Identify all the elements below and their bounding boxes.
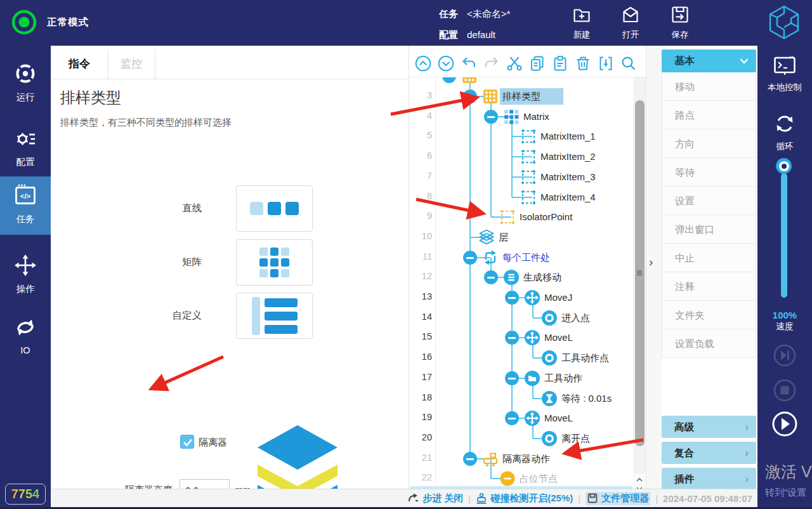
cut-icon[interactable] <box>506 55 523 72</box>
tree-node-label[interactable]: 进入点 <box>561 310 590 326</box>
collision-detection-toggle[interactable]: 碰撞检测开启(25%) <box>476 492 573 505</box>
dash-blue-icon[interactable] <box>520 169 537 185</box>
command-group-basic[interactable]: 基本 <box>662 50 756 72</box>
expand-panel-chevron[interactable]: › <box>649 255 653 269</box>
option-card-line[interactable] <box>236 185 313 232</box>
tree-node-label[interactable]: 离开点 <box>561 430 590 447</box>
new-button[interactable]: 新建 <box>561 5 603 41</box>
tree-node-label[interactable]: MoveL <box>544 329 573 346</box>
local-control-button[interactable]: 本地控制 <box>757 56 812 93</box>
loop-icon[interactable] <box>482 249 499 266</box>
tree-collapse-toggle[interactable] <box>463 89 477 103</box>
tree-node-label[interactable]: 隔离器动作 <box>502 451 550 467</box>
tree-collapse-toggle[interactable] <box>463 452 477 466</box>
tree-node-label[interactable]: 每个工件处 <box>502 249 550 266</box>
tree-node-label[interactable]: MoveL <box>544 410 573 426</box>
tree-node-label[interactable]: 生成移动 <box>523 269 561 286</box>
dash-blue-icon[interactable] <box>520 149 537 165</box>
speed-slider-track[interactable] <box>781 173 787 298</box>
tree-node-label[interactable]: MatrixItem_1 <box>540 128 596 145</box>
option-card-custom[interactable] <box>236 293 313 339</box>
redo-icon[interactable] <box>483 55 501 72</box>
tree-node-label[interactable]: 排样类型 <box>502 88 540 105</box>
tab-instruction[interactable]: 指令 <box>51 50 108 79</box>
tree-collapse-toggle[interactable] <box>463 251 477 265</box>
tree-scrollbar-thumb[interactable] <box>635 100 645 446</box>
sidebar-item-operate[interactable]: 操作 <box>0 246 51 301</box>
sidebar-item-run[interactable]: 运行 <box>0 55 51 108</box>
move-circle-icon[interactable] <box>524 410 540 426</box>
command-group-1[interactable]: 高级› <box>662 416 756 438</box>
tree-node-label[interactable]: 层 <box>499 229 508 246</box>
play-button[interactable] <box>771 410 799 440</box>
tree-scrollbar-track[interactable] <box>633 77 646 474</box>
command-item-10[interactable]: 设置负载 <box>662 329 756 358</box>
tree-node-label[interactable]: 工具动作点 <box>561 350 609 366</box>
tree-node-label[interactable]: MatrixItem_4 <box>540 189 596 206</box>
delete-icon[interactable] <box>574 55 592 72</box>
command-item-3[interactable]: 方向 <box>662 129 756 158</box>
tree-node-label[interactable]: Matrix <box>523 109 549 125</box>
tree-collapse-toggle[interactable] <box>505 411 519 425</box>
tree-collapse-toggle[interactable] <box>484 110 498 124</box>
search-icon[interactable] <box>620 55 638 72</box>
folder-circle-icon[interactable] <box>524 370 540 387</box>
tree-node-label[interactable]: IsolatorPoint <box>520 209 572 225</box>
undo-icon[interactable] <box>460 55 478 72</box>
open-button[interactable]: 打开 <box>610 5 652 41</box>
dash-blue-icon[interactable] <box>520 128 537 145</box>
command-item-8[interactable]: 注释 <box>662 272 756 301</box>
tree-node-label[interactable]: MoveJ <box>544 289 572 306</box>
move-circle-icon[interactable] <box>524 329 540 346</box>
dash-yellow-icon[interactable] <box>499 209 516 225</box>
tree-collapse-toggle[interactable] <box>442 77 456 83</box>
tree-node-label[interactable]: MatrixItem_3 <box>540 169 596 185</box>
move-circle-icon[interactable] <box>524 289 540 306</box>
step-forward-button[interactable] <box>772 343 797 371</box>
tree-collapse-toggle[interactable] <box>505 331 519 345</box>
loop-button[interactable]: 循环 <box>757 112 812 152</box>
scroll-up-button[interactable] <box>633 475 646 484</box>
command-item-5[interactable]: 设置 <box>662 187 756 215</box>
option-card-matrix[interactable] <box>236 239 313 286</box>
dash-blue-icon[interactable] <box>520 189 537 206</box>
matrix-blue-icon[interactable] <box>503 109 520 125</box>
command-item-1[interactable]: 移动 <box>662 72 756 101</box>
command-group-2[interactable]: 复合› <box>662 442 756 464</box>
sidebar-item-task[interactable]: </>任务 <box>0 176 51 235</box>
robot-number-badge[interactable]: 7754 <box>5 484 46 505</box>
command-item-4[interactable]: 等待 <box>662 158 756 187</box>
collapse-up-icon[interactable] <box>414 55 432 72</box>
tree-collapse-toggle[interactable] <box>505 291 519 305</box>
grid-yellow-icon[interactable] <box>482 88 499 105</box>
tree-node-label[interactable]: MatrixItem_2 <box>540 149 596 165</box>
copy-icon[interactable] <box>528 55 546 72</box>
tree-node-label[interactable]: 占位节点 <box>520 470 558 487</box>
merge-icon[interactable] <box>597 55 615 72</box>
command-item-7[interactable]: 中止 <box>662 244 756 272</box>
target-circle-icon[interactable] <box>541 310 558 326</box>
step-mode-toggle[interactable]: 步进 关闭 <box>408 492 463 505</box>
tree-collapse-toggle[interactable] <box>505 371 519 385</box>
layers-icon[interactable] <box>478 229 495 246</box>
sidebar-item-config[interactable]: 配置 <box>0 119 51 173</box>
hourglass-circle-icon[interactable] <box>541 390 558 407</box>
tree-node-label[interactable]: 工具动作 <box>544 370 582 387</box>
stop-button[interactable] <box>772 378 797 406</box>
paste-icon[interactable] <box>551 55 569 72</box>
isolator-checkbox[interactable] <box>180 435 194 449</box>
isolator-yellow-icon[interactable] <box>482 451 499 467</box>
speed-slider-thumb[interactable] <box>776 158 792 174</box>
command-item-6[interactable]: 弹出窗口 <box>662 215 756 244</box>
expand-down-icon[interactable] <box>437 55 455 72</box>
tree-node-label[interactable]: 等待 : 0.01s <box>561 390 612 407</box>
file-manager-button[interactable]: 文件管理器 <box>586 492 650 505</box>
menu-circle-icon[interactable] <box>503 269 520 286</box>
target-circle-icon[interactable] <box>541 430 558 447</box>
command-item-2[interactable]: 路点 <box>662 101 756 129</box>
minus-yellow-icon[interactable] <box>499 470 516 487</box>
target-circle-icon[interactable] <box>541 350 558 366</box>
save-button[interactable]: 保存 <box>659 5 701 41</box>
grid-yellow-icon[interactable] <box>461 77 478 84</box>
tab-monitor[interactable]: 监控 <box>108 50 155 79</box>
